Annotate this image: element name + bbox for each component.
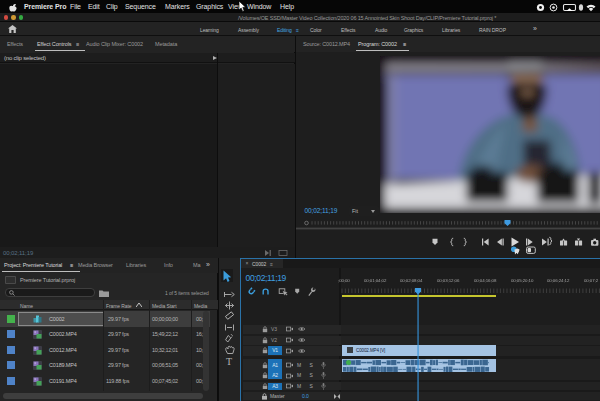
svg-text:T: T bbox=[226, 356, 232, 367]
